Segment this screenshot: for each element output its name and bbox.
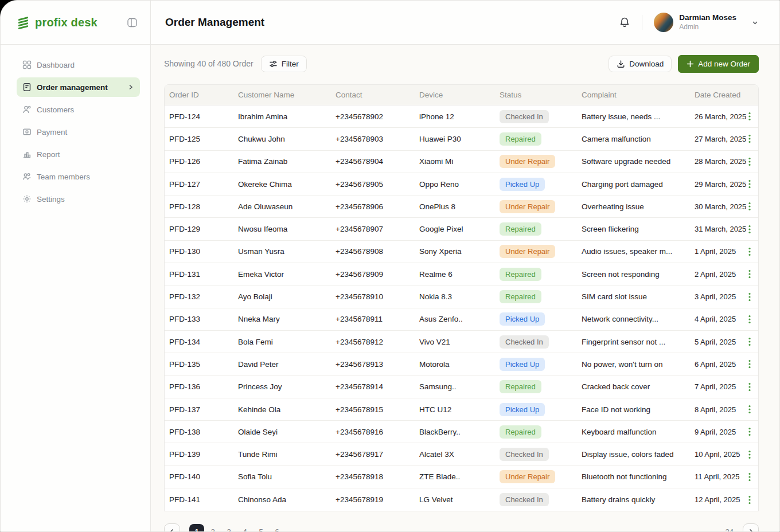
next-page-button[interactable] — [743, 523, 759, 532]
add-new-order-button[interactable]: Add new Order — [678, 55, 759, 73]
row-actions-kebab-icon[interactable] — [741, 337, 758, 346]
device-cell: Nokia 8.3 — [415, 292, 495, 301]
table-row[interactable]: PFD-134 Bola Femi +2345678912 Vivo V21 C… — [165, 331, 758, 353]
device-cell: Vivo V21 — [415, 338, 495, 346]
row-actions-kebab-icon[interactable] — [741, 179, 758, 189]
user-menu[interactable]: Darmian Moses Admin — [654, 13, 759, 32]
sidebar-item-customers[interactable]: Customers — [17, 100, 140, 119]
table-row[interactable]: PFD-136 Princess Joy +2345678914 Samsung… — [165, 376, 758, 398]
sidebar-item-team-members[interactable]: Team members — [17, 167, 140, 186]
row-actions-kebab-icon[interactable] — [741, 450, 758, 459]
order-id-cell: PFD-124 — [165, 112, 233, 121]
table-row[interactable]: PFD-128 Ade Oluwaseun +2345678906 OnePlu… — [165, 195, 758, 218]
date-created-cell: 8 April, 2025 — [690, 405, 741, 414]
row-actions-kebab-icon[interactable] — [741, 315, 758, 324]
notification-bell-icon[interactable] — [619, 17, 630, 28]
table-row[interactable]: PFD-129 Nwosu Ifeoma +2345678907 Google … — [165, 218, 758, 240]
table-row[interactable]: PFD-126 Fatima Zainab +2345678904 Xiaomi… — [165, 151, 758, 173]
table-row[interactable]: PFD-127 Okereke Chima +2345678905 Oppo R… — [165, 173, 758, 195]
table-row[interactable]: PFD-124 Ibrahim Amina +2345678902 iPhone… — [165, 105, 758, 128]
date-created-cell: 29 March, 2025 — [690, 180, 741, 189]
page-button-1[interactable]: 1 — [189, 524, 204, 532]
row-actions-kebab-icon[interactable] — [741, 495, 758, 504]
device-cell: Google Pixel — [415, 225, 495, 233]
sidebar-item-order-management[interactable]: Order management — [17, 77, 140, 97]
date-created-cell: 9 April, 2025 — [690, 428, 741, 436]
table-row[interactable]: PFD-139 Tunde Rimi +2345678917 Alcatel 3… — [165, 443, 758, 466]
table-row[interactable]: PFD-137 Kehinde Ola +2345678915 HTC U12 … — [165, 398, 758, 421]
page-button-5[interactable]: 5 — [253, 524, 268, 532]
row-actions-kebab-icon[interactable] — [741, 405, 758, 414]
page-button-4[interactable]: 4 — [237, 524, 252, 532]
order-id-cell: PFD-128 — [165, 202, 233, 211]
sidebar-item-payment[interactable]: Payment — [17, 122, 140, 142]
customer-name-cell: Fatima Zainab — [233, 157, 331, 166]
row-actions-kebab-icon[interactable] — [741, 202, 758, 211]
row-actions-kebab-icon[interactable] — [741, 382, 758, 392]
table-row[interactable]: PFD-130 Usman Yusra +2345678908 Sony Xpe… — [165, 241, 758, 263]
status-badge: Repaired — [500, 425, 541, 439]
order-id-cell: PFD-138 — [165, 428, 233, 436]
device-cell: BlackBerry.. — [415, 428, 495, 436]
contact-cell: +2345678908 — [331, 247, 415, 256]
contact-cell: +2345678917 — [331, 450, 415, 459]
order-id-cell: PFD-129 — [165, 225, 233, 233]
app-window: profix desk Dashboard — [0, 0, 780, 532]
customer-name-cell: Okereke Chima — [233, 180, 331, 189]
table-row[interactable]: PFD-125 Chukwu John +2345678903 Huawei P… — [165, 128, 758, 150]
contact-cell: +2345678904 — [331, 157, 415, 166]
sidebar-collapse-icon[interactable] — [127, 17, 138, 28]
table-row[interactable]: PFD-138 Olaide Seyi +2345678916 BlackBer… — [165, 421, 758, 443]
table-row[interactable]: PFD-135 David Peter +2345678913 Motorola… — [165, 353, 758, 375]
table-row[interactable]: PFD-140 Sofia Tolu +2345678918 ZTE Blade… — [165, 466, 758, 488]
table-row[interactable]: PFD-141 Chinonso Ada +2345678919 LG Velv… — [165, 488, 758, 511]
table-row[interactable]: PFD-133 Nneka Mary +2345678911 Asus Zenf… — [165, 308, 758, 331]
contact-cell: +2345678914 — [331, 382, 415, 391]
sidebar-item-report[interactable]: Report — [17, 144, 140, 164]
date-created-cell: 3 April, 2025 — [690, 292, 741, 301]
order-id-cell: PFD-140 — [165, 472, 233, 481]
table-row[interactable]: PFD-132 Ayo Bolaji +2345678910 Nokia 8.3… — [165, 285, 758, 308]
page-button-2[interactable]: 2 — [205, 524, 220, 532]
status-cell: Repaired — [495, 268, 577, 281]
row-actions-kebab-icon[interactable] — [741, 247, 758, 256]
complaint-cell: Audio issues, speaker m... — [577, 247, 690, 256]
device-cell: Motorola — [415, 360, 495, 369]
sidebar-item-label: Customers — [37, 105, 74, 114]
table-row[interactable]: PFD-131 Emeka Victor +2345678909 Realme … — [165, 263, 758, 285]
row-actions-kebab-icon[interactable] — [741, 359, 758, 369]
row-actions-kebab-icon[interactable] — [741, 134, 758, 143]
sidebar-item-settings[interactable]: Settings — [17, 189, 140, 209]
logo-layers-icon — [17, 15, 30, 29]
row-actions-kebab-icon[interactable] — [741, 157, 758, 166]
device-cell: Oppo Reno — [415, 180, 495, 189]
results-count: Showing 40 of 480 Order — [164, 59, 253, 68]
download-button[interactable]: Download — [609, 56, 672, 72]
toolbar: Showing 40 of 480 Order Filter — [164, 54, 759, 73]
device-cell: Xiaomi Mi — [415, 157, 495, 166]
page-button-6[interactable]: 6 — [270, 524, 284, 532]
date-created-cell: 31 March, 2025 — [690, 225, 741, 233]
topbar-right: Darmian Moses Admin — [619, 13, 759, 32]
row-actions-kebab-icon[interactable] — [741, 292, 758, 302]
row-actions-kebab-icon[interactable] — [741, 269, 758, 279]
last-page-number[interactable]: 24 — [726, 527, 734, 532]
sidebar-logo-row: profix desk — [1, 1, 150, 45]
status-badge: Checked In — [500, 110, 549, 123]
row-actions-kebab-icon[interactable] — [741, 225, 758, 234]
status-cell: Picked Up — [495, 178, 577, 191]
complaint-cell: Screen not responding — [577, 270, 690, 279]
row-actions-kebab-icon[interactable] — [741, 472, 758, 482]
page-button-3[interactable]: 3 — [221, 524, 236, 532]
row-actions-kebab-icon[interactable] — [741, 427, 758, 436]
status-cell: Repaired — [495, 380, 577, 393]
filter-button[interactable]: Filter — [261, 56, 307, 72]
contact-cell: +2345678912 — [331, 338, 415, 346]
status-badge: Picked Up — [500, 358, 545, 371]
sidebar-item-dashboard[interactable]: Dashboard — [17, 55, 140, 75]
filter-sliders-icon — [269, 60, 278, 68]
previous-page-button[interactable] — [164, 523, 180, 532]
date-created-cell: 7 April, 2025 — [690, 382, 741, 391]
customer-name-cell: Usman Yusra — [233, 247, 331, 256]
row-actions-kebab-icon[interactable] — [741, 112, 758, 121]
